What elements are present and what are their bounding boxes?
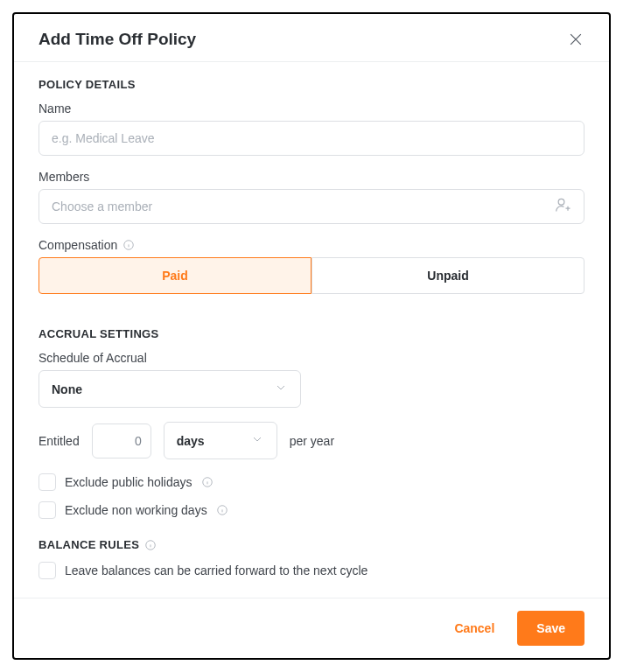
per-year-label: per year: [290, 434, 334, 448]
compensation-paid-option[interactable]: Paid: [38, 257, 312, 294]
unit-value: days: [177, 434, 205, 448]
schedule-select[interactable]: None: [38, 370, 301, 408]
svg-point-0: [558, 199, 564, 205]
modal-body: POLICY DETAILS Name Members Compensation…: [14, 62, 609, 598]
schedule-label: Schedule of Accrual: [38, 351, 584, 365]
close-icon: [567, 31, 584, 48]
chevron-down-icon: [250, 432, 264, 449]
add-time-off-modal: Add Time Off Policy POLICY DETAILS Name …: [12, 12, 611, 660]
compensation-label: Compensation: [38, 238, 584, 252]
exclude-holidays-row: Exclude public holidays: [38, 473, 584, 491]
add-member-icon[interactable]: [555, 196, 572, 217]
members-select[interactable]: [38, 189, 584, 224]
name-input[interactable]: [38, 121, 584, 156]
exclude-holidays-label: Exclude public holidays: [65, 475, 192, 489]
schedule-field: Schedule of Accrual None: [38, 351, 584, 408]
compensation-unpaid-option[interactable]: Unpaid: [312, 257, 584, 294]
entitled-label: Entitled: [38, 434, 80, 448]
members-label: Members: [38, 170, 584, 184]
info-icon: [122, 239, 135, 251]
exclude-nonworking-checkbox[interactable]: [38, 501, 56, 519]
carry-forward-row: Leave balances can be carried forward to…: [38, 562, 584, 579]
exclude-nonworking-label: Exclude non working days: [65, 503, 207, 517]
exclude-nonworking-row: Exclude non working days: [38, 501, 584, 519]
members-field: Members: [38, 170, 584, 224]
chevron-down-icon: [274, 381, 288, 397]
members-input[interactable]: [38, 189, 584, 224]
entitled-input[interactable]: [92, 424, 151, 458]
name-field: Name: [38, 102, 584, 156]
schedule-value: None: [52, 382, 82, 396]
info-icon: [216, 504, 228, 516]
close-button[interactable]: [567, 31, 584, 48]
compensation-field: Compensation Paid Unpaid: [38, 238, 584, 294]
modal-header: Add Time Off Policy: [14, 14, 609, 62]
exclude-holidays-checkbox[interactable]: [38, 473, 56, 491]
cancel-button[interactable]: Cancel: [438, 612, 510, 644]
save-button[interactable]: Save: [517, 611, 584, 646]
policy-details-title: POLICY DETAILS: [38, 78, 584, 91]
info-icon: [201, 476, 214, 488]
accrual-settings-title: ACCRUAL SETTINGS: [38, 327, 584, 340]
carry-forward-label: Leave balances can be carried forward to…: [65, 564, 368, 578]
unit-select[interactable]: days: [164, 422, 277, 459]
modal-footer: Cancel Save: [14, 598, 609, 658]
modal-title: Add Time Off Policy: [38, 30, 196, 49]
balance-rules-title: BALANCE RULES: [38, 538, 584, 551]
carry-forward-checkbox[interactable]: [38, 562, 56, 579]
compensation-toggle: Paid Unpaid: [38, 257, 584, 294]
balance-rules-title-text: BALANCE RULES: [38, 538, 139, 551]
compensation-label-text: Compensation: [38, 238, 117, 252]
name-label: Name: [38, 102, 584, 116]
info-icon: [144, 539, 157, 551]
entitled-field: Entitled days per year: [38, 422, 584, 459]
